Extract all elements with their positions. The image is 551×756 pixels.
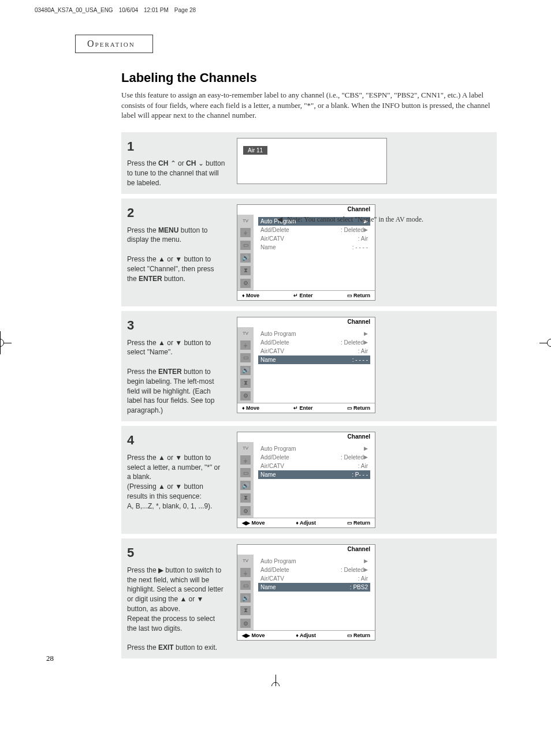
osd-sidebar: TV ⏚ ▭ 🔊 ⧗ ⚙ <box>237 215 254 290</box>
osd-simple: Air 11 <box>237 138 387 184</box>
osd-item-label: Add/Delete <box>260 567 341 573</box>
page-number: 28 <box>46 654 54 663</box>
osd-item-value: : Air <box>358 575 368 582</box>
osd-sidebar: TV ⏚ ▭ 🔊 ⧗ ⚙ <box>237 555 254 630</box>
osd-title: Channel <box>237 432 375 442</box>
osd-item-value: : Deleted <box>341 567 364 573</box>
osd-menu-item[interactable]: Air/CATV : Air <box>258 234 370 243</box>
step-text: Press the ▲ or ▼ button to select "Name"… <box>127 338 225 416</box>
sound-icon: 🔊 <box>240 253 251 263</box>
osd-window: Channel TV ⏚ ▭ 🔊 ⧗ ⚙ Auto Program ▶ Add/… <box>237 544 375 641</box>
sound-icon: 🔊 <box>240 593 251 602</box>
osd-sidebar: TV ⏚ ▭ 🔊 ⧗ ⚙ <box>237 442 254 518</box>
chevron-right-icon: ▶ <box>364 227 368 233</box>
step-number: 2 <box>127 204 225 222</box>
step-text: Press the ▲ or ▼ button to select a lett… <box>127 453 225 511</box>
osd-tab-tv: TV <box>241 330 250 337</box>
osd-item-label: Air/CATV <box>260 575 358 582</box>
osd-item-value: : - - - - <box>352 244 368 250</box>
osd-footer-action: ↵ Enter <box>293 293 313 298</box>
osd-footer-move: ♦ Move <box>242 293 259 298</box>
setup-icon: ⚙ <box>240 506 251 515</box>
side-note: ◀Note: You cannot select "Name" in the A… <box>277 215 427 224</box>
osd-menu-item[interactable]: Air/CATV : Air <box>258 347 370 355</box>
osd-window: Channel TV ⏚ ▭ 🔊 ⧗ ⚙ Auto Program ▶ Add/… <box>237 432 375 528</box>
osd-menu-item[interactable]: Auto Program ▶ <box>258 444 370 453</box>
osd-footer-action: ♦ Adjust <box>296 520 316 526</box>
osd-item-label: Name <box>260 471 352 478</box>
step-screenshot: Channel TV ⏚ ▭ 🔊 ⧗ ⚙ Auto Program ▶ Add/… <box>231 311 497 421</box>
pagelabel: Page 28 <box>174 7 196 13</box>
step-screenshot: Channel TV ⏚ ▭ 🔊 ⧗ ⚙ Auto Program ▶ Add/… <box>231 199 497 306</box>
date: 10/6/04 <box>119 7 138 13</box>
sound-icon: 🔊 <box>240 481 251 490</box>
osd-title: Channel <box>237 545 375 555</box>
osd-item-value: : Air <box>358 463 368 469</box>
step-instructions: 4 Press the ▲ or ▼ button to select a le… <box>121 426 231 534</box>
osd-menu-item[interactable]: Add/Delete : Deleted ▶ <box>258 338 370 347</box>
step-instructions: 5 Press the ▶ button to switch to the ne… <box>121 538 231 658</box>
step-text: Press the ▶ button to switch to the next… <box>127 566 225 653</box>
osd-menu-item[interactable]: Auto Program ▶ <box>258 330 370 338</box>
osd-item-label: Air/CATV <box>260 235 358 242</box>
osd-item-label: Name <box>260 244 352 250</box>
timer-icon: ⧗ <box>240 266 251 275</box>
osd-item-value: : Air <box>358 348 368 354</box>
chevron-right-icon: ▶ <box>364 454 368 461</box>
crop-mark-bottom <box>264 675 287 686</box>
channel-indicator: Air 11 <box>243 146 267 155</box>
osd-footer-return: ▭ Return <box>347 405 371 411</box>
osd-menu-item[interactable]: Name : P- - - <box>258 470 370 479</box>
step-screenshot: Channel TV ⏚ ▭ 🔊 ⧗ ⚙ Auto Program ▶ Add/… <box>231 426 497 534</box>
step-number: 5 <box>127 544 225 562</box>
chevron-down-icon: ⌄ <box>198 159 204 167</box>
antenna-icon: ⏚ <box>240 455 251 465</box>
osd-menu-item[interactable]: Air/CATV : Air <box>258 574 370 583</box>
osd-title: Channel <box>237 205 375 215</box>
osd-menu-item[interactable]: Add/Delete : Deleted ▶ <box>258 453 370 462</box>
osd-footer: ◀▶ Move ♦ Adjust ▭ Return <box>237 630 375 640</box>
osd-menu-item[interactable]: Air/CATV : Air <box>258 462 370 470</box>
osd-window: Channel TV ⏚ ▭ 🔊 ⧗ ⚙ Auto Program ▶ Add/… <box>237 317 375 413</box>
osd-menu-item[interactable]: Auto Program ▶ <box>258 557 370 566</box>
osd-footer-move: ◀▶ Move <box>242 520 265 526</box>
side-note-text: Note: You cannot select "Name" in the AV… <box>287 215 423 223</box>
print-header: 03480A_KS7A_00_USA_ENG 10/6/04 12:01 PM … <box>35 7 196 13</box>
osd-item-value: : - - - - <box>352 357 368 363</box>
osd-item-label: Name <box>260 584 350 590</box>
osd-menu-item[interactable]: Add/Delete : Deleted ▶ <box>258 226 370 234</box>
osd-item-label: Air/CATV <box>260 463 358 469</box>
timer-icon: ⧗ <box>240 493 251 503</box>
step-row: 4 Press the ▲ or ▼ button to select a le… <box>121 426 497 534</box>
osd-menu-item[interactable]: Name : PBS2 <box>258 583 370 592</box>
osd-menu-item[interactable]: Name : - - - - <box>258 243 370 252</box>
osd-footer-return: ▭ Return <box>347 633 371 638</box>
osd-item-label: Add/Delete <box>260 454 341 461</box>
setup-icon: ⚙ <box>240 391 251 401</box>
sound-icon: 🔊 <box>240 366 251 375</box>
step-number: 3 <box>127 317 225 335</box>
osd-menu-item[interactable]: Name : - - - - <box>258 355 370 364</box>
crop-mark-left <box>0 331 12 354</box>
osd-item-label: Auto Program <box>260 558 364 564</box>
chevron-right-icon: ▶ <box>364 446 368 452</box>
osd-item-label: Name <box>260 357 352 363</box>
step-row: 2 Press the MENU button to display the m… <box>121 199 497 306</box>
crop-mark-right <box>539 331 551 354</box>
antenna-icon: ⏚ <box>240 340 251 350</box>
setup-icon: ⚙ <box>240 279 251 288</box>
osd-item-value: : Deleted <box>341 227 364 233</box>
osd-item-label: Auto Program <box>260 446 364 452</box>
step-instructions: 2 Press the MENU button to display the m… <box>121 199 231 306</box>
osd-footer-return: ▭ Return <box>347 520 371 526</box>
timer-icon: ⧗ <box>240 606 251 615</box>
chevron-right-icon: ▶ <box>364 567 368 573</box>
filename: 03480A_KS7A_00_USA_ENG <box>35 7 113 13</box>
page-title: Labeling the Channels <box>121 70 497 85</box>
step-row: 5 Press the ▶ button to switch to the ne… <box>121 538 497 658</box>
chevron-up-icon: ⌃ <box>170 159 176 167</box>
osd-footer-move: ◀▶ Move <box>242 633 265 638</box>
osd-menu-item[interactable]: Add/Delete : Deleted ▶ <box>258 566 370 574</box>
osd-footer: ♦ Move ↵ Enter ▭ Return <box>237 290 375 300</box>
osd-item-label: Add/Delete <box>260 227 341 233</box>
